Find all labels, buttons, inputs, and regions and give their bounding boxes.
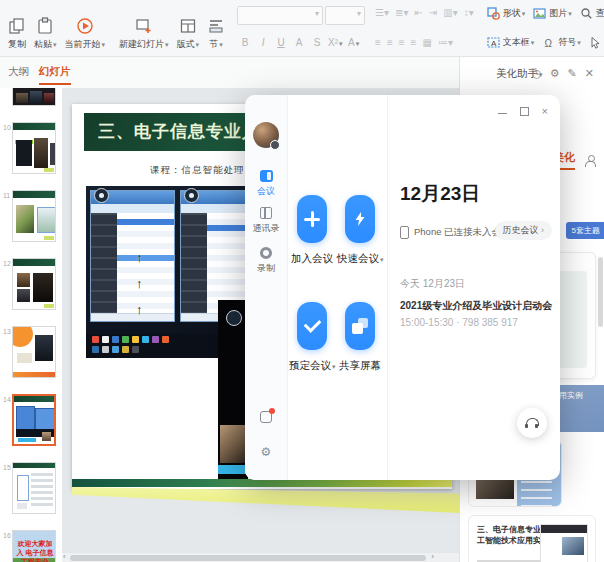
line-spacing-button[interactable]: ↕▾	[464, 7, 474, 19]
shadow-button[interactable]: S	[309, 35, 325, 50]
slide-thumbnail[interactable]: 10	[12, 122, 56, 174]
slide-thumbnail[interactable]: 9	[12, 88, 56, 106]
strike-button[interactable]: A	[291, 35, 307, 50]
font-size-select[interactable]	[325, 6, 365, 25]
font-name-select[interactable]	[237, 6, 323, 25]
cursor-arrow-icon: ↑	[136, 250, 143, 265]
convert-button[interactable]: ≔▾	[438, 37, 453, 49]
scroll-right-icon[interactable]: ›	[431, 552, 434, 561]
join-meeting-button[interactable]: 加入会议	[289, 195, 335, 266]
section-button[interactable]: 节	[203, 3, 229, 53]
copy-button[interactable]: 复制	[4, 3, 30, 53]
present-current-button[interactable]: 当前开始	[61, 3, 110, 53]
select-button[interactable]: 选择	[586, 35, 604, 50]
font-color-button[interactable]: A	[346, 35, 362, 50]
underline-button[interactable]: U	[273, 35, 289, 50]
textbox-button[interactable]: A 文本框	[484, 35, 538, 50]
quick-meeting-button[interactable]: 快速会议	[337, 195, 383, 266]
find-button[interactable]: 查找	[577, 6, 604, 21]
app-logo-badge	[184, 188, 199, 203]
account-person-icon[interactable]	[585, 155, 596, 166]
paste-label: 粘贴	[34, 38, 57, 51]
sidebar-item-meetings[interactable]: 会议	[245, 170, 287, 198]
contacts-book-icon	[260, 207, 272, 219]
copy-icon	[8, 17, 26, 35]
theme-chip-button[interactable]: 5套主题	[566, 222, 604, 239]
phone-screenshot	[218, 300, 248, 480]
bold-button[interactable]: B	[237, 35, 253, 50]
wps-presentation-window: 复制 粘贴 当前开始 新建幻灯片 版式 节	[0, 0, 604, 562]
slide-bottom-strip	[72, 479, 452, 487]
slide-thumbnail-selected[interactable]: 14	[12, 394, 56, 446]
event-time-id: 15:00-15:30 · 798 385 917	[400, 317, 518, 328]
select-icon	[589, 36, 602, 49]
columns-button[interactable]: ▦	[422, 37, 431, 49]
slide-thumbnail[interactable]: 13	[12, 326, 56, 378]
new-slide-button[interactable]: 新建幻灯片	[115, 3, 173, 53]
panel-tab-bar: 大纲 幻灯片 ‹	[0, 57, 460, 88]
shape-button[interactable]: 形状	[484, 6, 529, 21]
picture-button[interactable]: 图片	[530, 6, 575, 21]
check-icon	[303, 315, 321, 333]
phone-status-text: Phone 已连接未入会	[414, 226, 501, 239]
new-slide-label: 新建幻灯片	[119, 38, 169, 51]
maximize-icon[interactable]	[520, 107, 529, 116]
bullet-list-button[interactable]: ☰▾	[375, 7, 389, 19]
tab-outline[interactable]: 大纲	[8, 65, 29, 85]
justify-button[interactable]: ≡	[411, 37, 417, 49]
superscript-button[interactable]: X²	[327, 35, 344, 50]
minimize-icon[interactable]	[498, 113, 507, 114]
section-icon	[207, 17, 225, 35]
close-pane-icon[interactable]: ✕	[585, 67, 594, 80]
feedback-icon[interactable]: ✎	[568, 67, 577, 80]
italic-button[interactable]: I	[255, 35, 271, 50]
help-floating-button[interactable]	[517, 408, 547, 438]
shape-icon	[487, 7, 500, 20]
sidebar-item-contacts[interactable]: 通讯录	[245, 207, 287, 235]
sidebar-item-settings[interactable]: ⚙	[245, 445, 287, 459]
meeting-sidebar: 会议 通讯录 录制 ⚙	[245, 95, 288, 480]
thumbnail-caption: 欢迎大家加入 电子信息工程专业	[15, 539, 55, 562]
number-list-button[interactable]: ≣▾	[395, 7, 408, 19]
schedule-meeting-button[interactable]: 预定会议	[289, 302, 335, 373]
history-meetings-button[interactable]: 历史会议	[495, 221, 553, 240]
slide-thumbnail[interactable]: 12	[12, 258, 56, 310]
share-screen-button[interactable]: 共享屏幕	[337, 302, 383, 373]
sidebar-item-recordings[interactable]: 录制	[245, 247, 287, 275]
scrollbar-thumb[interactable]	[70, 555, 426, 561]
align-left-button[interactable]: ≡	[375, 37, 381, 49]
indent-inc-button[interactable]: ⇥	[429, 7, 437, 19]
section-label: 节	[209, 38, 223, 51]
indent-dec-button[interactable]: ⇤	[414, 7, 422, 19]
phone-icon	[400, 226, 409, 239]
scroll-left-icon[interactable]: ‹	[63, 552, 66, 561]
align-center-button[interactable]: ≡	[387, 37, 393, 49]
text-direction-button[interactable]: ▥▾	[443, 7, 457, 19]
collapse-panel-icon[interactable]: ‹	[54, 64, 58, 76]
font-group: B I U A S X² A	[235, 3, 367, 53]
record-icon	[260, 247, 272, 259]
event-title[interactable]: 2021级专业介绍及毕业设计启动会	[400, 299, 552, 313]
pane-scrollbar[interactable]	[598, 257, 603, 327]
slide-thumbnail[interactable]: 11	[12, 190, 56, 242]
align-right-button[interactable]: ≡	[399, 37, 405, 49]
close-icon[interactable]: ×	[542, 106, 548, 116]
sidebar-item-apps[interactable]	[245, 411, 287, 423]
present-current-label: 当前开始	[65, 38, 106, 51]
insert-group: 形状 图片 查找 A 文本框 Ω 符号	[482, 3, 604, 53]
slide-course-text: 课程：信息智能处理	[150, 164, 245, 177]
screens-icon	[352, 318, 368, 334]
layout-button[interactable]: 版式	[173, 3, 204, 53]
settings-gear-icon[interactable]: ⚙	[550, 67, 560, 80]
slide-thumbnail[interactable]: 16 欢迎大家加入 电子信息工程专业	[12, 530, 56, 562]
paste-button[interactable]: 粘贴	[30, 3, 61, 53]
textbox-icon: A	[487, 36, 500, 49]
template-title: 三、电子信息专业人工智能技术应用实例	[477, 524, 549, 546]
meeting-detail-panel: × 12月23日 Phone 已连接未入会 历史会议 今天 12月23日 202…	[387, 95, 560, 480]
template-card-suggestion[interactable]: 三、电子信息专业人工智能技术应用实例	[468, 515, 596, 562]
history-icon[interactable]: ◷	[532, 67, 542, 80]
horizontal-scrollbar[interactable]: ‹ ›	[62, 553, 460, 562]
slide-thumbnail[interactable]: 15	[12, 462, 56, 514]
paragraph-group: ☰▾ ≣▾ ⇤ ⇥ ▥▾ ↕▾ ≡ ≡ ≡ ≡ ▦ ≔▾	[373, 3, 476, 53]
symbol-button[interactable]: Ω 符号	[539, 35, 584, 50]
